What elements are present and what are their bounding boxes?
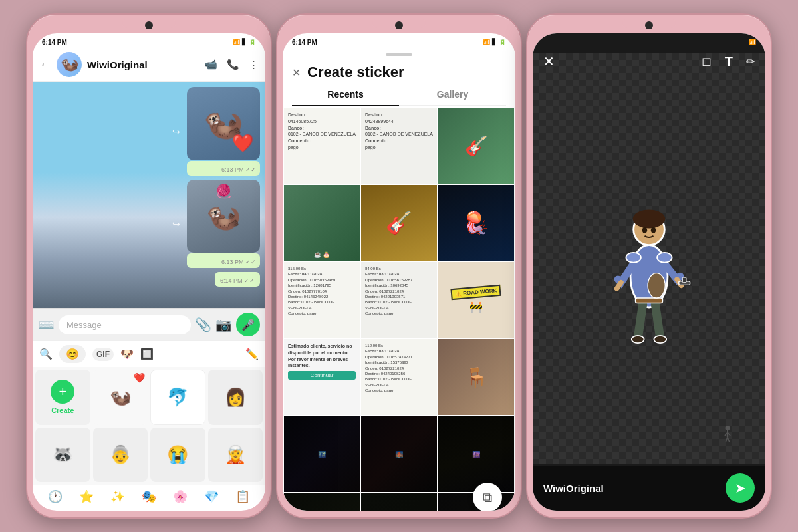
- forward-icon-2[interactable]: ↪: [172, 219, 180, 229]
- sticker-2-image: 🦦 🧶: [187, 180, 260, 253]
- doc-text-11: 112.00 Bs Fecha: 03/11/2024 Operación: 0…: [361, 339, 437, 398]
- sticker-cartoon[interactable]: 🧝: [208, 428, 263, 483]
- photo-grid-container: Destino: 04146085725 Banco: 0102 - BANCO…: [283, 106, 515, 511]
- chat-header: ← 🦦 WiwiOriginal 📹 📞 ⋮: [33, 48, 265, 82]
- search-icon[interactable]: 🔍: [39, 348, 53, 360]
- phone-1-camera: [145, 21, 153, 29]
- drag-handle[interactable]: [386, 53, 412, 56]
- gem-icon[interactable]: 💎: [204, 489, 219, 504]
- create-icon: +: [51, 380, 74, 404]
- chat-messages: ↪ 🦦 ❤️ 6:13 PM ✓✓ ↪ 🦦 🧶: [33, 82, 265, 308]
- photo-2[interactable]: Destino: 04248899644 Banco: 0102 - BANCO…: [361, 108, 437, 184]
- send-icon: ➤: [735, 480, 746, 496]
- crop-tool-icon[interactable]: ◻: [702, 54, 712, 68]
- status-icons-1: 📶 ▋ 🔋: [233, 39, 256, 45]
- create-label: Create: [51, 406, 74, 414]
- flower-icon[interactable]: 🌸: [173, 489, 188, 504]
- cs-title: Create sticker: [307, 64, 404, 81]
- forward-icon-1[interactable]: ↪: [172, 126, 180, 137]
- call-icon[interactable]: 📞: [227, 59, 239, 70]
- status-bar-3: 6:14 📶: [533, 33, 765, 48]
- photo-15[interactable]: 🌆: [438, 416, 514, 492]
- star-icon[interactable]: ⭐: [79, 489, 94, 504]
- photo-13[interactable]: 🌃: [284, 416, 360, 492]
- video-call-icon[interactable]: 📹: [205, 59, 217, 70]
- photo-12[interactable]: 🪑: [438, 339, 514, 415]
- editor-canvas[interactable]: [533, 74, 765, 466]
- sticker-woman[interactable]: 👩: [208, 370, 263, 425]
- msg-time-2: 6:13 PM ✓✓: [187, 253, 260, 268]
- photo-10[interactable]: Estimado cliente, servicio no disponible…: [284, 339, 360, 415]
- create-sticker-button[interactable]: + Create: [35, 370, 90, 425]
- photo-9[interactable]: ⚠️ ROAD WORK 🚧: [438, 262, 514, 338]
- photo-4[interactable]: ☕ 🎂: [284, 185, 360, 261]
- photo-5[interactable]: 🎸: [361, 185, 437, 261]
- msg-time-3: 6:14 PM ✓✓: [215, 272, 260, 287]
- mask-icon[interactable]: 🎭: [142, 489, 156, 504]
- contact-avatar: 🦦: [57, 52, 82, 77]
- draw-tool-icon[interactable]: ✏: [746, 55, 755, 68]
- gif-tab[interactable]: GIF: [92, 348, 114, 361]
- photo-7[interactable]: 315.00 Bs Fecha: 04/11/2024 Operación: 0…: [284, 262, 360, 338]
- editor-screen: 6:14 📶 ✕ ◻ T ✏: [533, 33, 765, 511]
- svg-point-10: [626, 253, 640, 263]
- photo-16[interactable]: ⛄: [284, 493, 360, 511]
- photo-17[interactable]: 🏔️: [361, 493, 437, 511]
- signal-icon: ▋: [242, 39, 247, 45]
- editor-tools: ◻ T ✏: [702, 54, 755, 69]
- svg-point-12: [648, 273, 665, 298]
- photo-3[interactable]: 🎸: [438, 108, 514, 184]
- emoji-icon[interactable]: ⌨️: [38, 317, 55, 332]
- cs-tabs: Recents Gallery: [292, 84, 506, 106]
- status-time-1: 6:14 PM: [42, 39, 67, 46]
- back-icon[interactable]: ←: [39, 58, 51, 72]
- svg-rect-6: [682, 277, 686, 282]
- sparkle-icon[interactable]: ✨: [110, 489, 125, 504]
- tab-gallery[interactable]: Gallery: [399, 84, 506, 105]
- cs-header: ✕ Create sticker: [283, 59, 515, 84]
- message-1: ↪ 🦦 ❤️ 6:13 PM ✓✓: [38, 87, 260, 176]
- phone-2: 6:14 PM 📶 ▋ 🔋 ✕ Create sticker Recents G…: [276, 13, 522, 519]
- sticker-tab[interactable]: 🐶: [120, 348, 134, 360]
- tab-recents[interactable]: Recents: [292, 84, 399, 106]
- contact-name: WiwiOriginal: [87, 59, 200, 70]
- sticker-otter-heart[interactable]: 🦦 ❤️: [93, 370, 148, 425]
- signal-icon-2: ▋: [492, 39, 497, 45]
- sticker-raccoon[interactable]: 🦝: [35, 428, 90, 483]
- sticker-drawing[interactable]: 🐬: [150, 370, 205, 425]
- wifi-icon: 📶: [233, 39, 240, 45]
- message-2: ↪ 🦦 🧶 6:13 PM ✓✓: [38, 180, 260, 268]
- gallery-fab-button[interactable]: ⧉: [473, 483, 502, 511]
- recent-icon[interactable]: 🕐: [48, 489, 63, 504]
- more-icon[interactable]: ⋮: [249, 59, 259, 70]
- add-icon[interactable]: 📋: [235, 489, 250, 504]
- attach-icon[interactable]: 📎: [195, 317, 211, 332]
- sticker-1-image: 🦦 ❤️: [187, 87, 260, 160]
- others-tab[interactable]: 🔲: [140, 348, 154, 360]
- editor-contact-name: WiwiOriginal: [543, 483, 604, 494]
- doc-text-2: Destino: 04248899644 Banco: 0102 - BANCO…: [361, 108, 437, 155]
- send-button[interactable]: ➤: [726, 473, 755, 503]
- sticker-cry[interactable]: 😭: [150, 428, 205, 483]
- message-input[interactable]: Message: [59, 315, 191, 334]
- text-tool-icon[interactable]: T: [725, 54, 733, 69]
- phone-2-camera: [395, 21, 403, 29]
- camera-icon[interactable]: 📷: [215, 317, 232, 332]
- mic-button[interactable]: 🎤: [236, 313, 260, 336]
- edit-icon[interactable]: ✏️: [245, 348, 259, 360]
- photo-8[interactable]: 84.00 Bs Fecha: 03/11/2024 Operación: 00…: [361, 262, 437, 338]
- sticker-grid: + Create 🦦 ❤️ 🐬 👩 🦝 👵 😭: [33, 367, 265, 485]
- photo-11[interactable]: 112.00 Bs Fecha: 03/11/2024 Operación: 0…: [361, 339, 437, 415]
- photo-1[interactable]: Destino: 04146085725 Banco: 0102 - BANCO…: [284, 108, 360, 184]
- svg-point-3: [642, 227, 647, 233]
- plus-icon: +: [59, 384, 66, 400]
- message-3: 6:14 PM ✓✓: [38, 272, 260, 287]
- photo-14[interactable]: 🌉: [361, 416, 437, 492]
- cs-close-icon[interactable]: ✕: [292, 66, 301, 79]
- editor-close-icon[interactable]: ✕: [543, 53, 555, 69]
- svg-point-7: [632, 336, 644, 343]
- svg-rect-9: [635, 298, 662, 303]
- sticker-woman-2[interactable]: 👵: [93, 428, 148, 483]
- emoji-tab[interactable]: 😊: [66, 348, 79, 360]
- photo-6[interactable]: 🪼: [438, 185, 514, 261]
